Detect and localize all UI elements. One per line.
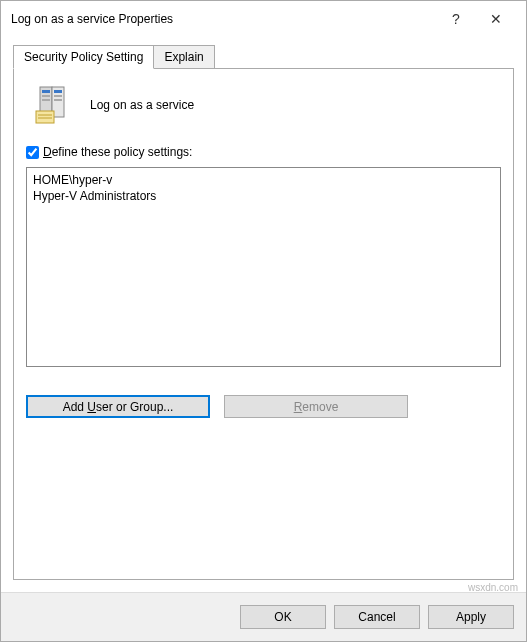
add-user-or-group-button[interactable]: Add User or Group... — [26, 395, 210, 418]
list-item[interactable]: Hyper-V Administrators — [33, 188, 494, 204]
tab-strip: Security Policy Setting Explain — [13, 45, 514, 69]
users-listbox[interactable]: HOME\hyper-v Hyper-V Administrators — [26, 167, 501, 367]
close-button[interactable]: ✕ — [476, 11, 516, 27]
policy-server-icon — [34, 85, 74, 125]
cancel-button[interactable]: Cancel — [334, 605, 420, 629]
dialog-button-bar: OK Cancel Apply — [1, 592, 526, 641]
svg-rect-2 — [42, 90, 50, 93]
list-buttons: Add User or Group... Remove — [26, 395, 501, 418]
define-policy-checkbox-row[interactable]: Define these policy settings: — [26, 145, 501, 159]
svg-rect-3 — [54, 90, 62, 93]
window-title: Log on as a service Properties — [11, 12, 436, 26]
titlebar: Log on as a service Properties ? ✕ — [1, 1, 526, 37]
list-item[interactable]: HOME\hyper-v — [33, 172, 494, 188]
svg-rect-7 — [54, 99, 62, 101]
help-button[interactable]: ? — [436, 11, 476, 27]
apply-button[interactable]: Apply — [428, 605, 514, 629]
svg-rect-4 — [42, 95, 50, 97]
svg-rect-8 — [36, 111, 54, 123]
svg-rect-5 — [54, 95, 62, 97]
policy-title: Log on as a service — [90, 98, 194, 112]
watermark: wsxdn.com — [468, 582, 518, 593]
svg-rect-6 — [42, 99, 50, 101]
define-policy-checkbox[interactable] — [26, 146, 39, 159]
define-policy-label: Define these policy settings: — [43, 145, 192, 159]
tab-panel: Log on as a service Define these policy … — [13, 68, 514, 580]
policy-header: Log on as a service — [26, 85, 501, 125]
tab-security-policy-setting[interactable]: Security Policy Setting — [13, 45, 154, 69]
remove-button: Remove — [224, 395, 408, 418]
tab-explain[interactable]: Explain — [153, 45, 214, 69]
ok-button[interactable]: OK — [240, 605, 326, 629]
content-area: Security Policy Setting Explain Log on a… — [1, 37, 526, 592]
